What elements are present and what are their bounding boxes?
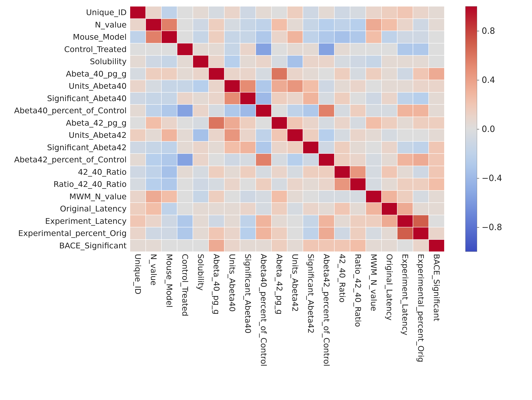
x-tick-label: Mouse_Model <box>165 254 174 308</box>
heatmap-cell <box>240 92 256 105</box>
heatmap-cell <box>272 19 287 31</box>
heatmap-cell <box>319 55 334 68</box>
heatmap-cell <box>130 190 146 203</box>
heatmap-cell <box>287 55 303 68</box>
heatmap-cell <box>272 129 287 141</box>
heatmap-cell <box>193 104 209 117</box>
heatmap-cell <box>413 92 429 105</box>
heatmap-cell <box>193 141 209 154</box>
heatmap-cell <box>272 92 287 105</box>
heatmap-cell <box>209 141 224 154</box>
heatmap-cell <box>256 68 272 80</box>
x-tick-label: 42_40_Ratio <box>338 254 347 303</box>
heatmap-cell <box>303 43 319 56</box>
heatmap-cell <box>319 6 334 19</box>
heatmap-cell <box>256 166 272 178</box>
heatmap-cell <box>429 141 444 154</box>
heatmap-cell <box>146 154 161 166</box>
x-tick: Experimental_percent_Orig <box>413 254 429 399</box>
heatmap-cell <box>146 227 161 239</box>
heatmap-cell <box>381 43 397 56</box>
heatmap-cell <box>397 129 413 141</box>
heatmap-cell <box>193 239 209 252</box>
heatmap-cell <box>240 117 256 129</box>
heatmap-cell <box>130 227 146 239</box>
heatmap-cell <box>366 129 381 141</box>
y-tick-label: Solubility <box>0 55 127 68</box>
heatmap-cell <box>303 239 319 252</box>
heatmap-cell <box>381 203 397 215</box>
heatmap-cell <box>193 6 209 19</box>
heatmap-cell <box>224 154 240 166</box>
heatmap-cell <box>381 215 397 227</box>
heatmap-cell <box>381 104 397 117</box>
heatmap-cell <box>193 19 209 31</box>
heatmap-cell <box>334 31 350 43</box>
heatmap-cell <box>209 203 224 215</box>
x-axis-labels: Unique_IDN_valueMouse_ModelControl_Treat… <box>130 254 444 399</box>
heatmap-cell <box>272 190 287 203</box>
heatmap-cell <box>366 117 381 129</box>
x-tick: Experiment_Latency <box>397 254 413 399</box>
heatmap-cell <box>177 215 193 227</box>
heatmap-cell <box>146 19 161 31</box>
heatmap-cell <box>240 215 256 227</box>
heatmap-cell <box>319 43 334 56</box>
heatmap-cell <box>366 141 381 154</box>
heatmap-cell <box>161 55 177 68</box>
heatmap-cell <box>209 129 224 141</box>
x-tick: Unique_ID <box>130 254 146 399</box>
heatmap-cell <box>177 166 193 178</box>
heatmap-cell <box>224 203 240 215</box>
colorbar-tick <box>477 227 479 228</box>
heatmap-cell <box>240 178 256 190</box>
heatmap-cell <box>209 19 224 31</box>
x-tick-label: BACE_Significant <box>432 254 441 321</box>
heatmap-cell <box>161 129 177 141</box>
heatmap-cell <box>240 19 256 31</box>
heatmap-cell <box>272 55 287 68</box>
heatmap-cell <box>397 166 413 178</box>
heatmap-cell <box>256 104 272 117</box>
heatmap-cell <box>272 227 287 239</box>
heatmap-cell <box>350 154 366 166</box>
heatmap-cell <box>350 68 366 80</box>
heatmap-cell <box>161 31 177 43</box>
heatmap-cell <box>161 178 177 190</box>
heatmap-cell <box>429 68 444 80</box>
heatmap-cell <box>366 19 381 31</box>
x-tick: BACE_Significant <box>429 254 444 399</box>
heatmap-cell <box>413 166 429 178</box>
heatmap-cell <box>161 166 177 178</box>
heatmap-cell <box>130 129 146 141</box>
heatmap-cell <box>256 55 272 68</box>
heatmap-cell <box>209 154 224 166</box>
heatmap-cell <box>209 80 224 92</box>
x-tick-label: Original_Latency <box>385 254 394 321</box>
heatmap-cell <box>319 227 334 239</box>
x-tick: 42_40_Ratio <box>334 254 350 399</box>
heatmap-cell <box>334 215 350 227</box>
heatmap-cell <box>303 68 319 80</box>
heatmap-cell <box>397 239 413 252</box>
y-tick-label: Mouse_Model <box>0 31 127 43</box>
heatmap-cell <box>429 239 444 252</box>
heatmap-cell <box>146 141 161 154</box>
x-tick: Original_Latency <box>381 254 397 399</box>
heatmap-cell <box>381 227 397 239</box>
heatmap-cell <box>413 104 429 117</box>
heatmap-cell <box>224 80 240 92</box>
heatmap-cell <box>224 104 240 117</box>
heatmap-cell <box>397 203 413 215</box>
heatmap-cell <box>272 166 287 178</box>
heatmap-cell <box>146 239 161 252</box>
y-tick-label: Abeta_42_pg_g <box>0 117 127 129</box>
heatmap-cell <box>177 190 193 203</box>
heatmap-cell <box>287 117 303 129</box>
heatmap-cell <box>319 215 334 227</box>
heatmap-cell <box>381 154 397 166</box>
heatmap-cell <box>287 203 303 215</box>
heatmap-cell <box>256 239 272 252</box>
heatmap-cell <box>397 104 413 117</box>
heatmap-cell <box>224 68 240 80</box>
